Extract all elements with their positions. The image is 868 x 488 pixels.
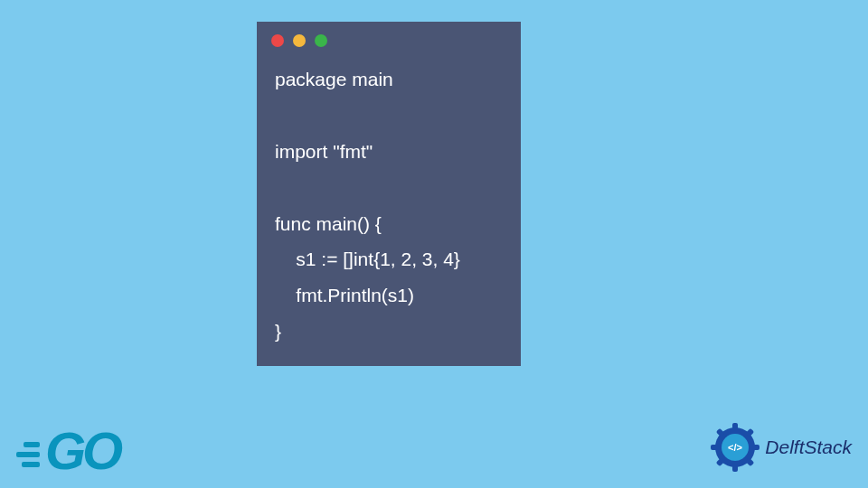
close-icon [271, 34, 284, 47]
svg-rect-1 [732, 423, 738, 430]
code-window: package main import "fmt" func main() { … [257, 22, 521, 366]
svg-rect-3 [711, 445, 718, 450]
svg-rect-4 [752, 445, 760, 450]
go-logo: GO [11, 420, 119, 481]
code-brackets-icon: </> [728, 442, 742, 453]
svg-rect-2 [732, 465, 738, 472]
window-traffic-lights [257, 22, 521, 56]
go-logo-text: GO [45, 420, 119, 481]
delftstack-logo: </> DelftStack [711, 423, 852, 472]
code-block: package main import "fmt" func main() { … [257, 56, 521, 350]
maximize-icon [315, 34, 327, 47]
go-speed-lines-icon [11, 442, 40, 467]
delftstack-text: DelftStack [765, 436, 852, 458]
minimize-icon [293, 34, 306, 47]
delftstack-badge-icon: </> [711, 423, 760, 472]
